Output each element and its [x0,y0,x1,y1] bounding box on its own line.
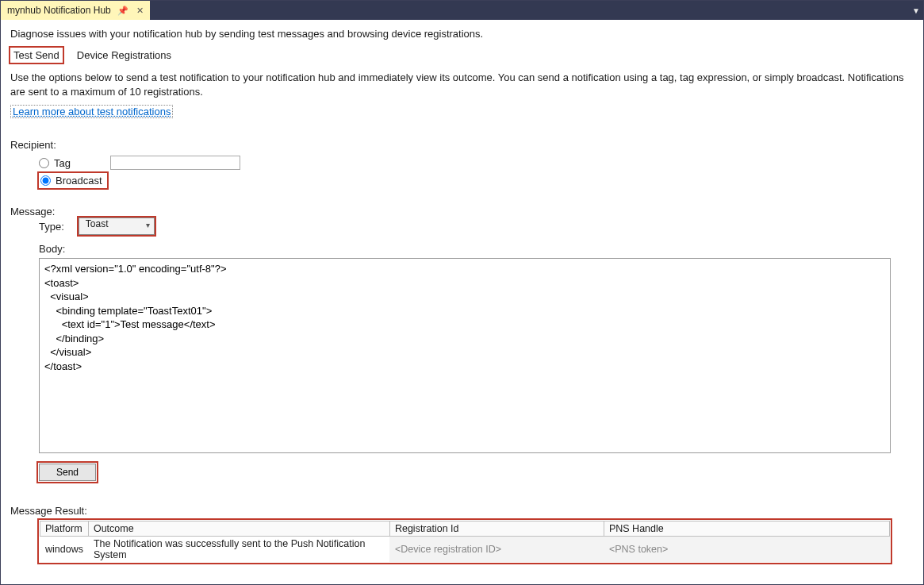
type-select[interactable]: Toast [79,217,155,235]
cell-pns-handle: <PNS token> [604,537,889,563]
tab-device-registrations[interactable]: Device Registrations [74,48,174,63]
document-tab-strip: mynhub Notification Hub 📌 ✕ ▼ [1,1,923,20]
col-pns-handle[interactable]: PNS Handle [604,521,889,537]
learn-more-link[interactable]: Learn more about test notifications [10,105,173,118]
col-outcome[interactable]: Outcome [88,521,389,537]
tag-input[interactable] [110,156,240,170]
page-content: Diagnose issues with your notification h… [1,20,923,572]
message-result-label: Message Result: [10,505,914,517]
recipient-broadcast-label: Broadcast [56,175,102,187]
cell-outcome: The Notification was successfully sent t… [88,537,389,563]
recipient-tag-label: Tag [54,157,71,169]
page-intro: Diagnose issues with your notification h… [10,28,914,40]
document-tab-title: mynhub Notification Hub [7,5,111,16]
result-header-row: Platform Outcome Registration Id PNS Han… [40,521,890,537]
close-icon[interactable]: ✕ [135,6,145,16]
description-text: Use the options below to send a test not… [10,71,914,98]
cell-platform: windows [40,537,89,563]
result-table: Platform Outcome Registration Id PNS Han… [39,520,891,563]
recipient-broadcast-row: Broadcast [39,173,914,188]
type-label: Type: [39,221,64,233]
body-textarea[interactable] [39,258,891,453]
recipient-tag-radio[interactable] [39,158,49,168]
recipient-broadcast-radio[interactable] [40,175,51,186]
type-select-value: Toast [86,218,109,229]
document-tab[interactable]: mynhub Notification Hub 📌 ✕ [1,1,150,20]
tab-overflow-dropdown-icon[interactable]: ▼ [909,1,923,20]
result-row[interactable]: windows The Notification was successfull… [40,537,890,563]
section-tabs: Test Send Device Registrations [10,48,914,63]
col-platform[interactable]: Platform [40,521,89,537]
send-button[interactable]: Send [39,464,96,481]
recipient-tag-row: Tag [39,156,914,170]
tab-test-send[interactable]: Test Send [10,48,63,63]
message-label: Message: [10,206,914,217]
pin-icon[interactable]: 📌 [116,6,130,16]
col-registration-id[interactable]: Registration Id [389,521,604,537]
body-label: Body: [39,243,914,255]
recipient-label: Recipient: [10,139,914,151]
cell-registration-id: <Device registration ID> [389,537,604,563]
